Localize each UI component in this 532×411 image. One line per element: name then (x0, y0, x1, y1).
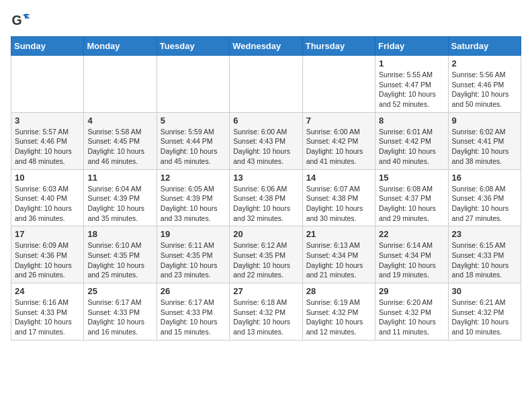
day-info: Sunrise: 6:03 AM Sunset: 4:40 PM Dayligh… (15, 184, 80, 224)
day-info: Sunrise: 6:01 AM Sunset: 4:42 PM Dayligh… (379, 127, 444, 167)
day-info: Sunrise: 6:04 AM Sunset: 4:39 PM Dayligh… (87, 184, 152, 224)
day-info: Sunrise: 6:20 AM Sunset: 4:32 PM Dayligh… (379, 298, 444, 337)
day-info: Sunrise: 6:16 AM Sunset: 4:33 PM Dayligh… (15, 298, 80, 337)
day-number: 24 (15, 286, 80, 296)
logo: G (11, 11, 34, 31)
day-info: Sunrise: 5:58 AM Sunset: 4:45 PM Dayligh… (87, 127, 152, 167)
weekday-header-row: SundayMondayTuesdayWednesdayThursdayFrid… (11, 37, 521, 56)
calendar-day-cell: 23Sunrise: 6:15 AM Sunset: 4:33 PM Dayli… (448, 226, 521, 283)
calendar-day-cell: 13Sunrise: 6:06 AM Sunset: 4:38 PM Dayli… (230, 169, 302, 226)
day-number: 11 (87, 173, 152, 183)
day-info: Sunrise: 6:13 AM Sunset: 4:34 PM Dayligh… (306, 240, 371, 280)
day-info: Sunrise: 6:08 AM Sunset: 4:37 PM Dayligh… (379, 184, 444, 224)
calendar-week-row: 24Sunrise: 6:16 AM Sunset: 4:33 PM Dayli… (11, 283, 521, 340)
page-header: G (11, 11, 521, 31)
calendar-day-cell: 19Sunrise: 6:11 AM Sunset: 4:35 PM Dayli… (157, 226, 229, 283)
calendar-day-cell (84, 56, 157, 113)
day-number: 14 (306, 173, 371, 183)
day-number: 18 (87, 229, 152, 239)
day-number: 6 (233, 116, 298, 126)
calendar-day-cell (11, 56, 84, 113)
day-number: 21 (306, 229, 371, 239)
weekday-header-saturday: Saturday (448, 37, 521, 56)
day-info: Sunrise: 6:17 AM Sunset: 4:33 PM Dayligh… (161, 298, 226, 337)
day-info: Sunrise: 6:08 AM Sunset: 4:36 PM Dayligh… (452, 184, 517, 224)
weekday-header-tuesday: Tuesday (157, 37, 229, 56)
calendar-day-cell: 26Sunrise: 6:17 AM Sunset: 4:33 PM Dayli… (157, 283, 229, 340)
calendar-day-cell: 3Sunrise: 5:57 AM Sunset: 4:46 PM Daylig… (11, 112, 84, 169)
day-info: Sunrise: 6:09 AM Sunset: 4:36 PM Dayligh… (15, 240, 80, 280)
calendar-day-cell: 17Sunrise: 6:09 AM Sunset: 4:36 PM Dayli… (11, 226, 84, 283)
day-info: Sunrise: 5:55 AM Sunset: 4:47 PM Dayligh… (379, 70, 444, 109)
day-number: 1 (379, 58, 444, 68)
day-info: Sunrise: 5:57 AM Sunset: 4:46 PM Dayligh… (15, 127, 80, 167)
calendar-day-cell: 11Sunrise: 6:04 AM Sunset: 4:39 PM Dayli… (84, 169, 157, 226)
calendar-day-cell: 10Sunrise: 6:03 AM Sunset: 4:40 PM Dayli… (11, 169, 84, 226)
day-info: Sunrise: 6:14 AM Sunset: 4:34 PM Dayligh… (379, 240, 444, 280)
calendar-day-cell: 20Sunrise: 6:12 AM Sunset: 4:35 PM Dayli… (230, 226, 302, 283)
calendar-day-cell: 18Sunrise: 6:10 AM Sunset: 4:35 PM Dayli… (84, 226, 157, 283)
calendar-day-cell: 14Sunrise: 6:07 AM Sunset: 4:38 PM Dayli… (302, 169, 375, 226)
day-info: Sunrise: 6:00 AM Sunset: 4:42 PM Dayligh… (306, 127, 371, 167)
calendar-day-cell (157, 56, 229, 113)
calendar-day-cell: 21Sunrise: 6:13 AM Sunset: 4:34 PM Dayli… (302, 226, 375, 283)
calendar-day-cell: 6Sunrise: 6:00 AM Sunset: 4:43 PM Daylig… (230, 112, 302, 169)
calendar-day-cell: 28Sunrise: 6:19 AM Sunset: 4:32 PM Dayli… (302, 283, 375, 340)
calendar-week-row: 3Sunrise: 5:57 AM Sunset: 4:46 PM Daylig… (11, 112, 521, 169)
svg-text:G: G (12, 13, 22, 28)
day-number: 28 (306, 286, 371, 296)
day-info: Sunrise: 6:21 AM Sunset: 4:32 PM Dayligh… (452, 298, 517, 337)
day-info: Sunrise: 5:56 AM Sunset: 4:46 PM Dayligh… (452, 70, 517, 109)
calendar-day-cell: 27Sunrise: 6:18 AM Sunset: 4:32 PM Dayli… (230, 283, 302, 340)
weekday-header-wednesday: Wednesday (230, 37, 302, 56)
day-number: 2 (452, 58, 517, 68)
day-number: 13 (233, 173, 298, 183)
calendar-day-cell: 25Sunrise: 6:17 AM Sunset: 4:33 PM Dayli… (84, 283, 157, 340)
calendar-day-cell: 9Sunrise: 6:02 AM Sunset: 4:41 PM Daylig… (448, 112, 521, 169)
calendar-day-cell: 5Sunrise: 5:59 AM Sunset: 4:44 PM Daylig… (157, 112, 229, 169)
calendar-day-cell: 12Sunrise: 6:05 AM Sunset: 4:39 PM Dayli… (157, 169, 229, 226)
day-number: 26 (161, 286, 226, 296)
calendar-day-cell: 1Sunrise: 5:55 AM Sunset: 4:47 PM Daylig… (375, 56, 448, 113)
day-number: 3 (15, 116, 80, 126)
calendar-table: SundayMondayTuesdayWednesdayThursdayFrid… (11, 36, 521, 340)
day-number: 19 (161, 229, 226, 239)
calendar-day-cell: 30Sunrise: 6:21 AM Sunset: 4:32 PM Dayli… (448, 283, 521, 340)
calendar-day-cell: 2Sunrise: 5:56 AM Sunset: 4:46 PM Daylig… (448, 56, 521, 113)
calendar-day-cell: 15Sunrise: 6:08 AM Sunset: 4:37 PM Dayli… (375, 169, 448, 226)
day-number: 10 (15, 173, 80, 183)
day-number: 22 (379, 229, 444, 239)
day-info: Sunrise: 6:02 AM Sunset: 4:41 PM Dayligh… (452, 127, 517, 167)
calendar-day-cell: 16Sunrise: 6:08 AM Sunset: 4:36 PM Dayli… (448, 169, 521, 226)
day-info: Sunrise: 6:12 AM Sunset: 4:35 PM Dayligh… (233, 240, 298, 280)
day-number: 12 (161, 173, 226, 183)
day-info: Sunrise: 6:06 AM Sunset: 4:38 PM Dayligh… (233, 184, 298, 224)
day-info: Sunrise: 6:11 AM Sunset: 4:35 PM Dayligh… (161, 240, 226, 280)
day-info: Sunrise: 5:59 AM Sunset: 4:44 PM Dayligh… (161, 127, 226, 167)
day-number: 27 (233, 286, 298, 296)
day-info: Sunrise: 6:07 AM Sunset: 4:38 PM Dayligh… (306, 184, 371, 224)
calendar-week-row: 17Sunrise: 6:09 AM Sunset: 4:36 PM Dayli… (11, 226, 521, 283)
day-number: 15 (379, 173, 444, 183)
weekday-header-sunday: Sunday (11, 37, 84, 56)
calendar-day-cell (230, 56, 302, 113)
weekday-header-thursday: Thursday (302, 37, 375, 56)
day-info: Sunrise: 6:17 AM Sunset: 4:33 PM Dayligh… (87, 298, 152, 337)
day-number: 7 (306, 116, 371, 126)
day-info: Sunrise: 6:18 AM Sunset: 4:32 PM Dayligh… (233, 298, 298, 337)
day-info: Sunrise: 6:19 AM Sunset: 4:32 PM Dayligh… (306, 298, 371, 337)
day-number: 23 (452, 229, 517, 239)
calendar-day-cell: 24Sunrise: 6:16 AM Sunset: 4:33 PM Dayli… (11, 283, 84, 340)
calendar-day-cell: 7Sunrise: 6:00 AM Sunset: 4:42 PM Daylig… (302, 112, 375, 169)
calendar-week-row: 10Sunrise: 6:03 AM Sunset: 4:40 PM Dayli… (11, 169, 521, 226)
calendar-day-cell: 8Sunrise: 6:01 AM Sunset: 4:42 PM Daylig… (375, 112, 448, 169)
day-info: Sunrise: 6:15 AM Sunset: 4:33 PM Dayligh… (452, 240, 517, 280)
logo-icon: G (11, 11, 31, 31)
day-info: Sunrise: 6:05 AM Sunset: 4:39 PM Dayligh… (161, 184, 226, 224)
calendar-day-cell: 22Sunrise: 6:14 AM Sunset: 4:34 PM Dayli… (375, 226, 448, 283)
day-number: 20 (233, 229, 298, 239)
day-number: 29 (379, 286, 444, 296)
calendar-day-cell (302, 56, 375, 113)
calendar-week-row: 1Sunrise: 5:55 AM Sunset: 4:47 PM Daylig… (11, 56, 521, 113)
weekday-header-friday: Friday (375, 37, 448, 56)
